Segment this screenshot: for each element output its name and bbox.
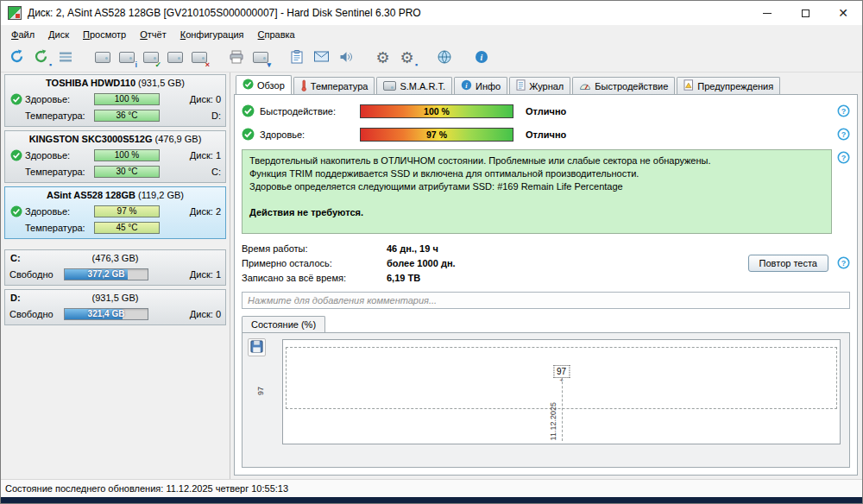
health-label: Здоровье: [25, 206, 91, 217]
health-ok-icon [9, 149, 22, 161]
about-button[interactable]: i [469, 46, 493, 69]
help-performance-icon[interactable]: ? [837, 104, 850, 117]
close-button[interactable]: ✕ [824, 1, 862, 25]
disk-card-header: ASint AS528 128GB (119,2 GB) [9, 189, 221, 203]
tab-alerts[interactable]: Предупреждения [677, 77, 780, 94]
menu-configuration[interactable]: Конфигурация [173, 28, 251, 41]
gauge-icon [579, 80, 591, 92]
tab-smart[interactable]: S.M.A.R.T. [376, 77, 452, 94]
disk-card-asint-selected[interactable]: ASint AS528 128GB (119,2 GB) Здоровье: 9… [4, 186, 226, 239]
free-value: 377,2 GB [65, 269, 148, 280]
health-status: Отлично [526, 129, 566, 140]
statusbar: Состояние последнего обновления: 11.12.2… [1, 479, 862, 497]
tab-information[interactable]: i Инфо [454, 77, 507, 94]
chart-tab-state[interactable]: Состояние (%) [242, 316, 325, 332]
stat-label: Примерно осталось: [242, 258, 387, 268]
help-summary-icon[interactable]: ? [837, 151, 850, 164]
disk-card-kingston[interactable]: KINGSTON SKC3000S512G (476,9 GB) Здоровь… [4, 130, 226, 183]
svg-text:?: ? [841, 130, 847, 139]
print-button[interactable] [224, 46, 248, 69]
menu-help[interactable]: Справка [251, 28, 302, 41]
hdd-icon [253, 52, 268, 63]
app-window: Диск: 2, ASint AS528 128GB [GV210105S000… [0, 0, 863, 504]
chart-tab-label: Состояние (%) [251, 319, 316, 330]
usage-bar: 377,2 GB [64, 268, 148, 280]
sound-alerts-button[interactable] [334, 46, 357, 69]
stat-label: Записано за всё время: [242, 273, 387, 283]
chart-y-axis-label: 97 [256, 387, 265, 395]
export-overlay-icon: ▾ [267, 61, 271, 69]
quick-report-button[interactable] [54, 46, 77, 69]
disk-capacity: (119,2 GB) [138, 190, 184, 200]
maximize-button[interactable] [786, 1, 824, 25]
menu-file[interactable]: Файл [4, 28, 41, 41]
partition-capacity: (931,5 GB) [92, 293, 139, 303]
printer-icon [229, 50, 244, 66]
check-circle-icon [242, 104, 255, 117]
rescan-overlay-icon: ▪ [49, 61, 52, 69]
partition-card-c[interactable]: C:(476,3 GB) Свободно 377,2 GB Диск: 1 [4, 249, 226, 286]
help-health-icon[interactable]: ? [837, 128, 850, 141]
info-icon: i [475, 50, 488, 66]
disk-remove-button[interactable]: × [187, 46, 211, 69]
disk-index: Диск: 2 [190, 206, 221, 217]
report-lines-icon [59, 51, 72, 65]
retest-button[interactable]: Повтор теста [748, 255, 828, 272]
wrench-overlay-icon: ▪ [415, 61, 418, 69]
health-row: Здоровье: 97 % Диск: 2 [9, 203, 221, 219]
disk-capacity: (931,5 GB) [138, 78, 185, 88]
disk-card-toshiba[interactable]: TOSHIBA HDWD110 (931,5 GB) Здоровье: 100… [4, 74, 226, 127]
tab-overview[interactable]: Обзор [236, 75, 292, 94]
health-ok-icon [9, 93, 22, 105]
chart-save-button[interactable] [248, 338, 266, 356]
drive-letter: C: [211, 167, 221, 177]
help-retest-icon[interactable]: ? [837, 256, 850, 269]
menu-disk[interactable]: Диск [41, 28, 76, 41]
temperature-label: Температура: [25, 167, 91, 177]
free-value: 321,4 GB [65, 309, 148, 319]
health-bar: 100 % [94, 93, 160, 105]
tab-temperature[interactable]: Температура [293, 77, 375, 94]
stat-label: Время работы: [242, 243, 387, 254]
stat-value: 6,19 TB [387, 273, 420, 283]
comment-section [242, 292, 850, 309]
thermometer-icon [300, 79, 307, 93]
disk-info-button[interactable]: i [115, 46, 138, 69]
partition-header: C:(476,3 GB) [9, 252, 221, 266]
refresh-button[interactable] [5, 46, 28, 69]
disk-monitor-button[interactable] [163, 46, 186, 69]
notes-button[interactable] [286, 46, 309, 69]
disk-surface-test-button[interactable] [91, 46, 114, 69]
speaker-icon [339, 51, 353, 65]
advanced-settings-button[interactable]: ⚙▪ [395, 46, 419, 69]
save-report-button[interactable]: ▾ [249, 46, 272, 69]
minimize-icon [763, 13, 772, 14]
sidebar-spacer [4, 243, 226, 249]
send-mail-button[interactable] [310, 46, 333, 69]
online-update-button[interactable] [432, 46, 456, 69]
maximize-icon [802, 9, 809, 17]
hdd-icon [383, 81, 396, 91]
comment-input[interactable] [242, 292, 850, 309]
window-controls: ✕ [748, 1, 862, 25]
disk-capacity: (476,9 GB) [155, 134, 202, 144]
menu-view[interactable]: Просмотр [76, 28, 133, 41]
svg-text:?: ? [841, 107, 847, 116]
tab-label: Инфо [476, 81, 501, 91]
tab-log[interactable]: Журнал [509, 77, 570, 94]
menu-report[interactable]: Отчёт [133, 28, 173, 41]
disk-health-button[interactable]: ✓ [139, 46, 162, 69]
rescan-disks-button[interactable]: ▪ [29, 46, 53, 69]
settings-button[interactable]: ⚙ [371, 46, 394, 69]
minimize-button[interactable] [748, 1, 786, 25]
tab-performance[interactable]: Быстродействие [572, 77, 675, 94]
partition-card-d[interactable]: D:(931,5 GB) Свободно 321,4 GB Диск: 0 [4, 289, 226, 325]
health-label: Здоровье: [260, 129, 355, 140]
tab-label: Предупреждения [697, 81, 773, 91]
health-bar: 97 % [94, 205, 160, 217]
tab-label: S.M.A.R.T. [400, 81, 445, 91]
tab-label: Обзор [257, 80, 285, 91]
refresh-icon [9, 49, 24, 66]
svg-text:?: ? [841, 154, 847, 162]
check-overlay-icon: ✓ [154, 61, 161, 69]
